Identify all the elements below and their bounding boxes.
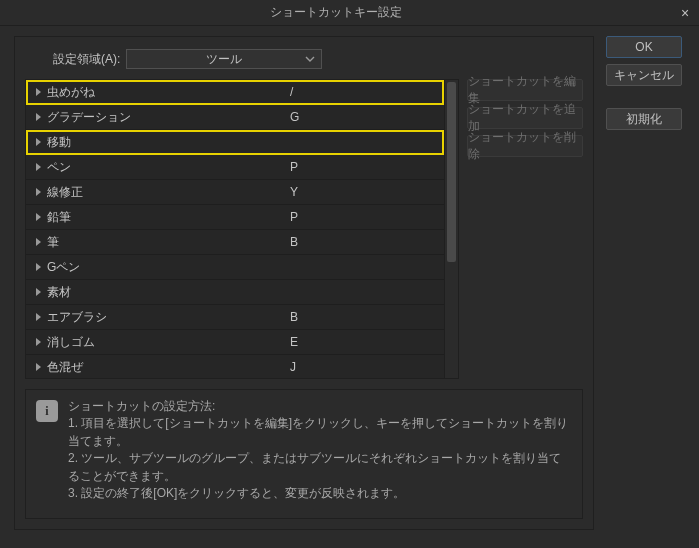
expand-icon <box>36 263 41 271</box>
area-select[interactable]: ツール <box>126 49 322 69</box>
expand-icon <box>36 163 41 171</box>
help-panel: i ショートカットの設定方法: 1. 項目を選択して[ショートカットを編集]をク… <box>25 389 583 519</box>
list-row[interactable]: 色混ぜJ <box>26 355 444 379</box>
list-row-label: ペン <box>47 159 71 176</box>
area-label: 設定領域(A): <box>53 51 120 68</box>
list-row-label: 鉛筆 <box>47 209 71 226</box>
list-row-shortcut: E <box>286 335 444 349</box>
list-row-label: 色混ぜ <box>47 359 83 376</box>
expand-icon <box>36 363 41 371</box>
expand-icon <box>36 288 41 296</box>
shortcut-list: 虫めがね/グラデーションG移動ペンP線修正Y鉛筆P筆BGペン素材エアブラシB消し… <box>25 79 459 379</box>
list-row-shortcut: P <box>286 210 444 224</box>
list-row[interactable]: 消しゴムE <box>26 330 444 355</box>
list-row-shortcut: / <box>286 85 444 99</box>
expand-icon <box>36 88 41 96</box>
main-panel: 設定領域(A): ツール 虫めがね/グラデーションG移動ペンP線修正Y鉛筆P筆B… <box>14 36 594 530</box>
list-row-shortcut: J <box>286 360 444 374</box>
ok-button[interactable]: OK <box>606 36 682 58</box>
list-row-label: 消しゴム <box>47 334 95 351</box>
info-icon: i <box>36 400 58 422</box>
expand-icon <box>36 338 41 346</box>
list-row-label: 移動 <box>47 134 71 151</box>
list-row-label: 線修正 <box>47 184 83 201</box>
area-select-value: ツール <box>206 51 242 68</box>
list-row-shortcut: B <box>286 310 444 324</box>
expand-icon <box>36 188 41 196</box>
list-row[interactable]: エアブラシB <box>26 305 444 330</box>
list-row[interactable]: Gペン <box>26 255 444 280</box>
scrollbar[interactable] <box>444 80 458 378</box>
list-row-label: 虫めがね <box>47 84 95 101</box>
reset-button[interactable]: 初期化 <box>606 108 682 130</box>
chevron-down-icon <box>305 54 315 64</box>
expand-icon <box>36 213 41 221</box>
list-row[interactable]: 虫めがね/ <box>26 80 444 105</box>
list-row-label: Gペン <box>47 259 80 276</box>
list-row-label: 筆 <box>47 234 59 251</box>
list-row[interactable]: 線修正Y <box>26 180 444 205</box>
delete-shortcut-button[interactable]: ショートカットを削除 <box>467 135 583 157</box>
list-row[interactable]: 筆B <box>26 230 444 255</box>
add-shortcut-button[interactable]: ショートカットを追加 <box>467 107 583 129</box>
cancel-button[interactable]: キャンセル <box>606 64 682 86</box>
list-row-shortcut: Y <box>286 185 444 199</box>
scrollbar-thumb[interactable] <box>447 82 456 262</box>
help-text: ショートカットの設定方法: 1. 項目を選択して[ショートカットを編集]をクリッ… <box>68 398 572 510</box>
list-row[interactable]: 素材 <box>26 280 444 305</box>
edit-shortcut-button[interactable]: ショートカットを編集 <box>467 79 583 101</box>
list-row[interactable]: グラデーションG <box>26 105 444 130</box>
list-row-label: 素材 <box>47 284 71 301</box>
close-icon[interactable]: × <box>671 0 699 26</box>
titlebar: ショートカットキー設定 × <box>0 0 699 26</box>
list-row-shortcut: P <box>286 160 444 174</box>
expand-icon <box>36 138 41 146</box>
window-title: ショートカットキー設定 <box>0 4 671 21</box>
expand-icon <box>36 313 41 321</box>
list-row-label: グラデーション <box>47 109 131 126</box>
list-row[interactable]: ペンP <box>26 155 444 180</box>
list-row-shortcut: B <box>286 235 444 249</box>
list-row[interactable]: 移動 <box>26 130 444 155</box>
expand-icon <box>36 238 41 246</box>
list-row-shortcut: G <box>286 110 444 124</box>
list-row[interactable]: 鉛筆P <box>26 205 444 230</box>
list-row-label: エアブラシ <box>47 309 107 326</box>
expand-icon <box>36 113 41 121</box>
